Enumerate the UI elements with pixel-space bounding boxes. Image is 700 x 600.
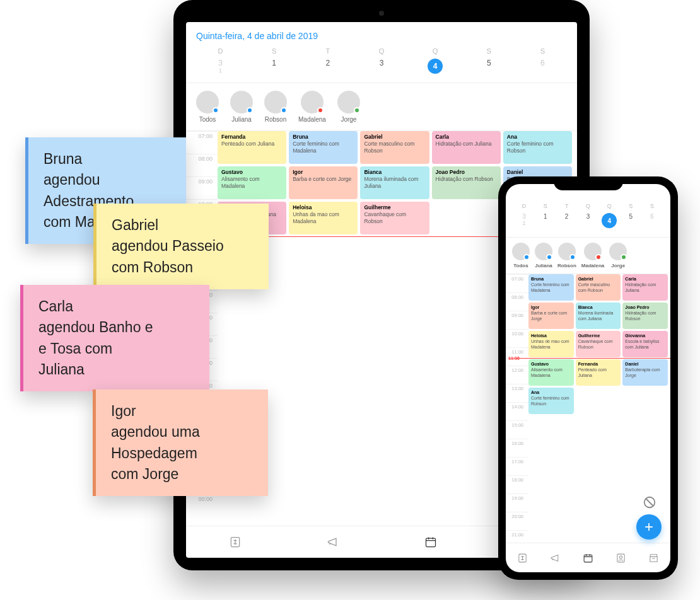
calendar-event[interactable]: GiovannaEscola e babyliss com Juliana: [622, 331, 668, 357]
date-cell[interactable]: 4: [598, 211, 620, 231]
event-name: Gustavo: [221, 169, 283, 176]
event-name: Joao Pedro: [625, 304, 665, 310]
date-row[interactable]: 31123456: [186, 56, 577, 83]
calendar-event[interactable]: IgorBarba e corte com Jorge: [289, 166, 358, 199]
person-filter[interactable]: Robson: [264, 91, 287, 123]
notification-card[interactable]: Gabrielagendou Passeiocom Robson: [93, 204, 269, 289]
bottom-tabs[interactable]: [506, 543, 670, 572]
date-cell[interactable]: 6: [516, 56, 569, 76]
person-filter[interactable]: Jorge: [609, 243, 627, 268]
time-label: 19:00: [506, 493, 528, 512]
event-detail: Cavanhaque com Robson: [364, 211, 406, 224]
weekday-row: DSTQQSS: [186, 43, 577, 56]
event-detail: Unhas de mao com Madalena: [531, 339, 569, 349]
status-dot: [247, 107, 253, 113]
store-tab-icon[interactable]: [647, 551, 661, 565]
cancel-icon[interactable]: [643, 495, 656, 509]
person-filter[interactable]: Robson: [557, 243, 576, 268]
calendar-event[interactable]: BiancaMorena iluminada com Juliana: [360, 166, 429, 199]
date-row[interactable]: 31123456: [506, 211, 670, 238]
calendar-event[interactable]: HeloisaUnhas de mao com Madalena: [528, 331, 574, 357]
person-name: Jorge: [341, 116, 356, 123]
date-cell[interactable]: 3: [354, 56, 408, 76]
contacts-tab-icon[interactable]: [614, 551, 628, 565]
weekday-label: T: [301, 43, 354, 56]
event-name: Ana: [531, 389, 571, 395]
time-label: 08:00: [186, 154, 218, 176]
date-cell[interactable]: 1: [535, 211, 556, 231]
announce-tab-icon[interactable]: [326, 535, 340, 549]
calendar-event[interactable]: AnaCorte feminino com Robson: [528, 388, 574, 414]
date-cell[interactable]: 4: [409, 56, 462, 76]
notification-line: agendou Banho e: [38, 317, 194, 338]
event-detail: Hidratação com Robson: [436, 176, 493, 182]
billing-tab-icon[interactable]: [228, 535, 242, 549]
avatar: [609, 243, 627, 260]
time-label: 16:00: [506, 439, 528, 457]
event-detail: Barboterapia com Jorge: [625, 367, 660, 378]
billing-tab-icon[interactable]: [515, 551, 529, 565]
calendar-tab-icon[interactable]: [581, 551, 595, 565]
calendar-event[interactable]: CarlaHidratação com Juliana: [622, 274, 668, 301]
person-filter[interactable]: Jorge: [337, 91, 360, 123]
person-filter[interactable]: Todos: [512, 243, 530, 268]
svg-rect-7: [617, 554, 624, 562]
status-dot: [213, 107, 219, 113]
date-cell[interactable]: 3: [578, 211, 599, 231]
date-cell[interactable]: 6: [641, 211, 663, 231]
person-filter[interactable]: Todos: [196, 91, 219, 123]
avatar: [535, 243, 552, 260]
person-filter[interactable]: Juliana: [230, 91, 253, 123]
calendar-event[interactable]: GuilhermeCavanhaque com Robson: [576, 331, 621, 357]
avatar: [584, 243, 602, 260]
calendar-event[interactable]: GuilhermeCavanhaque com Robson: [360, 202, 429, 234]
calendar-event[interactable]: GustavoAlisamento com Madalena: [218, 166, 286, 199]
weekday-row: DSTQQSS: [506, 199, 670, 211]
calendar-event[interactable]: BiancaMorena iluminada com Juliana: [576, 303, 621, 329]
add-button[interactable]: +: [636, 514, 662, 539]
status-dot: [595, 254, 602, 260]
person-filter[interactable]: Juliana: [535, 243, 552, 268]
people-row[interactable]: TodosJulianaRobsonMadalenaJorge: [506, 238, 670, 274]
calendar-event[interactable]: FernandaPenteado com Juliana: [218, 131, 286, 164]
event-name: Giovanna: [625, 333, 665, 338]
calendar-event[interactable]: BrunaCorte feminino com Madalena: [289, 131, 358, 164]
date-cell[interactable]: 2: [301, 56, 354, 76]
calendar-event[interactable]: HeloisaUnhas da mao com Madalena: [289, 202, 358, 234]
calendar-event[interactable]: GabrielCorte masculino com Robson: [360, 131, 429, 164]
event-name: Gustavo: [531, 361, 571, 367]
event-detail: Corte masculino com Robson: [578, 282, 610, 292]
calendar-event[interactable]: CarlaHidratação com Juliana: [432, 131, 501, 164]
date-cell[interactable]: 2: [556, 211, 578, 231]
calendar-event[interactable]: Joao PedroHidratação com Robson: [432, 166, 501, 199]
person-filter[interactable]: Madalena: [581, 243, 604, 268]
calendar-event[interactable]: AnaCorte feminino com Robson: [503, 131, 572, 164]
status-dot: [569, 254, 576, 260]
date-cell[interactable]: 5: [620, 211, 641, 231]
calendar-tab-icon[interactable]: [424, 535, 438, 549]
calendar-event[interactable]: GustavoAlisamento com Madalena: [528, 359, 574, 386]
calendar-event[interactable]: GabrielCorte masculino com Robson: [576, 274, 621, 301]
person-name: Robson: [265, 116, 286, 123]
weekday-label: S: [247, 43, 301, 56]
people-row[interactable]: TodosJulianaRobsonMadalenaJorge: [186, 83, 577, 131]
person-filter[interactable]: Madalena: [298, 91, 326, 123]
date-title: Quinta-feira, 4 de abril de 2019: [186, 22, 577, 43]
calendar-event[interactable]: BrunaCorte feminino com Madalena: [528, 274, 574, 301]
calendar-event[interactable]: Joao PedroHidratação com Robson: [622, 303, 668, 329]
event-name: Carla: [436, 134, 497, 141]
date-cell[interactable]: 31: [194, 56, 247, 76]
calendar-event[interactable]: DanielBarboterapia com Jorge: [622, 359, 668, 386]
time-label: 09:00: [506, 311, 528, 329]
notification-card[interactable]: Carlaagendou Banho ee Tosa comJuliana: [20, 285, 209, 391]
date-cell[interactable]: 31: [513, 211, 535, 231]
notification-card[interactable]: Igoragendou umaHospedagemcom Jorge: [93, 389, 268, 496]
date-cell[interactable]: 5: [462, 56, 516, 76]
calendar-event[interactable]: IgorBarba e corte com Jorge: [528, 303, 574, 329]
date-cell[interactable]: 1: [247, 56, 301, 76]
calendar-event[interactable]: FernandaPenteado com Juliana: [576, 359, 621, 386]
event-detail: Cavanhaque com Robson: [578, 339, 613, 349]
time-label: 10:00: [506, 329, 528, 347]
notification-line: com Jorge: [111, 464, 253, 485]
announce-tab-icon[interactable]: [548, 551, 562, 565]
